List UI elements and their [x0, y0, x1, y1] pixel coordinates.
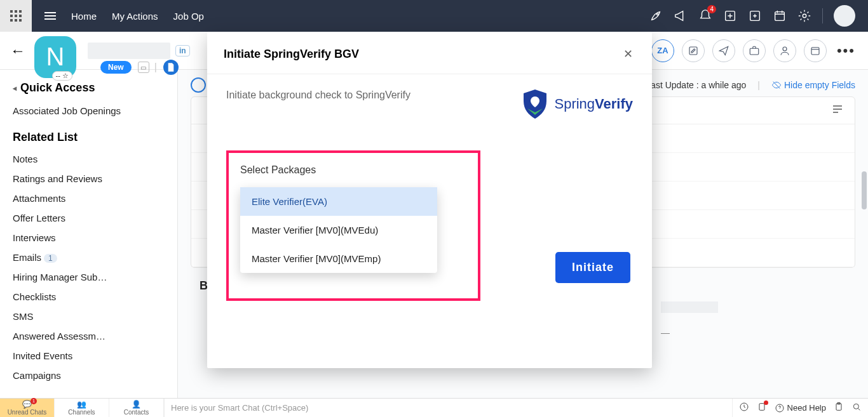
- sidebar-offer-letters[interactable]: Offer Letters: [13, 208, 165, 228]
- unread-badge: 1: [31, 398, 37, 404]
- notification-badge: 4: [707, 5, 716, 13]
- paste-icon[interactable]: [834, 402, 844, 414]
- package-option-mvedu[interactable]: Master Verifier [MV0](MVEdu): [240, 216, 437, 244]
- avatar[interactable]: [834, 5, 855, 27]
- svg-rect-5: [19, 15, 22, 17]
- svg-rect-12: [775, 12, 785, 21]
- initiate-button[interactable]: Initiate: [555, 252, 630, 283]
- divider: [822, 8, 823, 23]
- document-icon[interactable]: [163, 60, 179, 75]
- svg-point-22: [853, 404, 858, 409]
- svg-point-13: [803, 14, 806, 18]
- sidebar-ratings[interactable]: Ratings and Reviews: [13, 169, 165, 189]
- back-arrow-icon[interactable]: ←: [10, 42, 25, 60]
- bottom-bar: 💬1 Unread Chats 👥 Channels 👤 Contacts He…: [0, 398, 868, 417]
- svg-rect-1: [15, 10, 17, 13]
- gear-icon[interactable]: [797, 9, 811, 23]
- package-option-mvemp[interactable]: Master Verifier [MV0](MVEmp): [240, 244, 437, 273]
- card-icon[interactable]: ▭: [138, 62, 149, 73]
- loading-icon: [191, 77, 206, 93]
- last-update-text: Last Update : a while ago: [646, 80, 746, 90]
- svg-rect-14: [689, 47, 697, 55]
- svg-rect-3: [10, 15, 13, 17]
- nav-home[interactable]: Home: [71, 11, 97, 22]
- top-navbar: Home My Actions Job Op 4: [0, 0, 868, 32]
- svg-point-9: [656, 13, 658, 15]
- email-count-badge: 1: [44, 254, 57, 263]
- svg-rect-7: [15, 19, 17, 22]
- chat-icon: 💬1: [22, 400, 32, 409]
- send-icon[interactable]: [712, 39, 735, 62]
- svg-rect-0: [10, 10, 13, 13]
- related-list-heading: Related List: [13, 131, 165, 144]
- hide-empty-fields-link[interactable]: Hide empty Fields: [771, 80, 855, 90]
- hamburger-icon[interactable]: [44, 12, 56, 20]
- tab-unread-chats[interactable]: 💬1 Unread Chats: [0, 399, 55, 417]
- smart-chat-input[interactable]: Here is your Smart Chat (Ctrl+Space): [164, 399, 732, 417]
- apps-grid-icon[interactable]: [0, 0, 32, 32]
- shield-icon: [522, 89, 548, 119]
- top-menu: Home My Actions Job Op: [32, 11, 204, 22]
- briefcase-icon[interactable]: [743, 39, 766, 62]
- sidebar: ◂Quick Access Associated Job Openings Re…: [0, 70, 178, 398]
- tab-channels[interactable]: 👥 Channels: [55, 399, 109, 417]
- springverify-modal: Initiate SpringVerify BGV ✕ Initiate bac…: [207, 32, 652, 368]
- calendar-action-icon[interactable]: [804, 39, 827, 62]
- edit-note-icon[interactable]: [682, 39, 705, 62]
- plus-square-icon[interactable]: [748, 9, 762, 23]
- modal-body: Initiate background check to SpringVerif…: [207, 74, 652, 326]
- tab-contacts[interactable]: 👤 Contacts: [109, 399, 164, 417]
- candidate-name-redacted: [88, 43, 170, 59]
- nav-job-openings[interactable]: Job Op: [173, 11, 204, 22]
- sidebar-emails[interactable]: Emails1: [13, 248, 165, 267]
- select-packages-label: Select Packages: [240, 164, 466, 176]
- select-packages-highlight: Select Packages Elite Verifier(EVA) Mast…: [226, 150, 480, 301]
- sidebar-interviews[interactable]: Interviews: [13, 228, 165, 248]
- calendar-icon[interactable]: [773, 9, 787, 23]
- note-plus-icon[interactable]: [723, 9, 737, 23]
- sidebar-attachments[interactable]: Attachments: [13, 189, 165, 208]
- topbar-right: 4: [649, 5, 868, 27]
- modal-intro-text: Initiate background check to SpringVerif…: [226, 89, 410, 101]
- collapse-icon[interactable]: ◂: [13, 84, 17, 93]
- za-action[interactable]: ZA: [651, 39, 674, 62]
- close-icon[interactable]: ✕: [621, 44, 635, 63]
- rocket-icon[interactable]: [649, 9, 663, 23]
- mobile-value: —: [661, 328, 788, 341]
- sidebar-campaigns[interactable]: Campaigns: [13, 366, 165, 385]
- linkedin-icon[interactable]: in: [175, 45, 190, 56]
- megaphone-icon[interactable]: [674, 9, 688, 23]
- sidebar-sms[interactable]: SMS: [13, 307, 165, 326]
- packages-dropdown[interactable]: Elite Verifier(EVA) Master Verifier [MV0…: [240, 187, 437, 273]
- star-chip[interactable]: -- ☆: [52, 71, 72, 81]
- contact-icon: 👤: [132, 400, 141, 409]
- search-icon[interactable]: [851, 402, 862, 414]
- candidate-name-value: [661, 301, 718, 313]
- nav-my-actions[interactable]: My Actions: [112, 11, 158, 22]
- sidebar-hiring-mgr[interactable]: Hiring Manager Sub…: [13, 267, 165, 287]
- sidebar-invited-events[interactable]: Invited Events: [13, 346, 165, 366]
- clipboard-icon[interactable]: [757, 402, 767, 414]
- people-icon: 👥: [77, 400, 86, 409]
- scrollbar[interactable]: [862, 171, 867, 209]
- sidebar-answered-assess[interactable]: Answered Assessm…: [13, 326, 165, 346]
- sidebar-checklists[interactable]: Checklists: [13, 287, 165, 307]
- springverify-logo: SpringVerify: [522, 89, 633, 119]
- help-icon[interactable]: Need Help: [775, 403, 826, 413]
- clock-icon[interactable]: [739, 402, 749, 414]
- sidebar-associated-jobs[interactable]: Associated Job Openings: [13, 101, 165, 121]
- svg-rect-6: [10, 19, 13, 22]
- more-dots-icon[interactable]: •••: [834, 43, 858, 59]
- person-icon[interactable]: [773, 39, 796, 62]
- card-menu-icon[interactable]: [832, 105, 843, 116]
- sidebar-notes[interactable]: Notes: [13, 149, 165, 169]
- bottom-right-tools: Need Help: [732, 399, 868, 417]
- svg-point-16: [783, 47, 787, 51]
- svg-rect-4: [15, 15, 17, 17]
- modal-title: Initiate SpringVerify BGV: [224, 48, 359, 61]
- quick-access-heading: ◂Quick Access: [13, 81, 165, 95]
- svg-rect-15: [750, 48, 759, 55]
- package-option-elite[interactable]: Elite Verifier(EVA): [240, 187, 437, 216]
- avatar-letter: N: [46, 43, 65, 71]
- bell-icon[interactable]: 4: [698, 9, 712, 23]
